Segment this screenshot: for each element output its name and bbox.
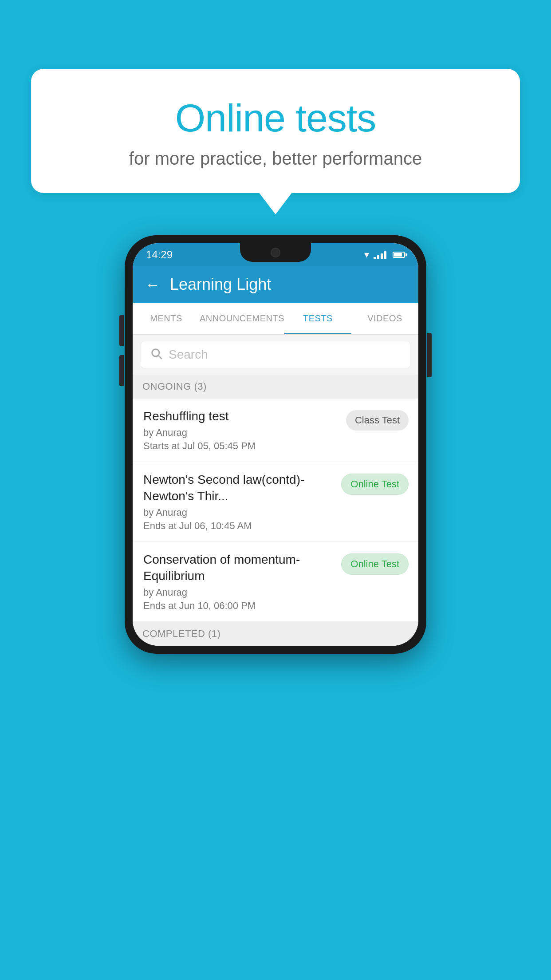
bubble-subtitle: for more practice, better performance bbox=[62, 149, 489, 169]
test-item-conservation[interactable]: Conservation of momentum-Equilibrium by … bbox=[133, 542, 418, 622]
test-name-reshuffling: Reshuffling test bbox=[143, 408, 339, 424]
app-header: ← Learning Light bbox=[133, 266, 418, 303]
search-placeholder: Search bbox=[169, 348, 208, 362]
test-badge-class-reshuffling: Class Test bbox=[346, 410, 409, 431]
app-title: Learning Light bbox=[170, 275, 271, 294]
test-info-reshuffling: Reshuffling test by Anurag Starts at Jul… bbox=[143, 408, 346, 452]
test-name-conservation: Conservation of momentum-Equilibrium bbox=[143, 552, 334, 584]
phone-wrapper: 14:29 ▾ ← Learning Light bbox=[125, 235, 426, 654]
test-author-newtons: by Anurag bbox=[143, 507, 334, 518]
signal-bar-3 bbox=[381, 253, 383, 259]
test-info-newtons: Newton's Second law(contd)-Newton's Thir… bbox=[143, 472, 341, 532]
test-time-conservation: Ends at Jun 10, 06:00 PM bbox=[143, 600, 334, 612]
camera-dot bbox=[271, 248, 280, 257]
battery-fill bbox=[394, 253, 402, 257]
speech-bubble-container: Online tests for more practice, better p… bbox=[31, 69, 520, 193]
phone-frame: 14:29 ▾ ← Learning Light bbox=[125, 235, 426, 654]
test-info-conservation: Conservation of momentum-Equilibrium by … bbox=[143, 552, 341, 612]
tab-tests[interactable]: TESTS bbox=[284, 303, 351, 334]
volume-down-button[interactable] bbox=[119, 355, 124, 386]
ongoing-section-title: ONGOING (3) bbox=[142, 381, 207, 392]
search-container: Search bbox=[133, 335, 418, 375]
signal-bar-2 bbox=[377, 255, 379, 259]
wifi-icon: ▾ bbox=[364, 249, 369, 261]
phone-notch bbox=[240, 243, 311, 262]
search-icon bbox=[150, 347, 162, 363]
phone-screen: 14:29 ▾ ← Learning Light bbox=[133, 243, 418, 646]
test-author-reshuffling: by Anurag bbox=[143, 427, 339, 439]
completed-section-title: COMPLETED (1) bbox=[142, 628, 220, 639]
test-badge-online-newtons: Online Test bbox=[341, 474, 409, 495]
tab-ments[interactable]: MENTS bbox=[133, 303, 200, 334]
signal-bar-4 bbox=[384, 251, 386, 259]
test-item-reshuffling[interactable]: Reshuffling test by Anurag Starts at Jul… bbox=[133, 399, 418, 462]
volume-up-button[interactable] bbox=[119, 315, 124, 346]
test-name-newtons: Newton's Second law(contd)-Newton's Thir… bbox=[143, 472, 334, 504]
ongoing-section-header: ONGOING (3) bbox=[133, 375, 418, 399]
power-button[interactable] bbox=[427, 333, 432, 377]
test-badge-online-conservation: Online Test bbox=[341, 553, 409, 575]
test-item-newtons[interactable]: Newton's Second law(contd)-Newton's Thir… bbox=[133, 462, 418, 542]
back-button[interactable]: ← bbox=[145, 276, 160, 293]
test-time-reshuffling: Starts at Jul 05, 05:45 PM bbox=[143, 440, 339, 452]
status-icons: ▾ bbox=[364, 249, 405, 261]
completed-section-header: COMPLETED (1) bbox=[133, 622, 418, 646]
bubble-title: Online tests bbox=[62, 95, 489, 141]
tab-announcements[interactable]: ANNOUNCEMENTS bbox=[200, 303, 284, 334]
battery-icon bbox=[393, 252, 405, 258]
test-time-newtons: Ends at Jul 06, 10:45 AM bbox=[143, 520, 334, 532]
tab-videos[interactable]: VIDEOS bbox=[351, 303, 418, 334]
search-bar[interactable]: Search bbox=[141, 341, 410, 368]
svg-line-1 bbox=[158, 356, 161, 358]
signal-bar-1 bbox=[374, 257, 376, 259]
tabs-bar: MENTS ANNOUNCEMENTS TESTS VIDEOS bbox=[133, 303, 418, 335]
test-author-conservation: by Anurag bbox=[143, 587, 334, 598]
speech-bubble: Online tests for more practice, better p… bbox=[31, 69, 520, 193]
status-time: 14:29 bbox=[146, 249, 173, 261]
signal-bars-icon bbox=[374, 250, 386, 259]
